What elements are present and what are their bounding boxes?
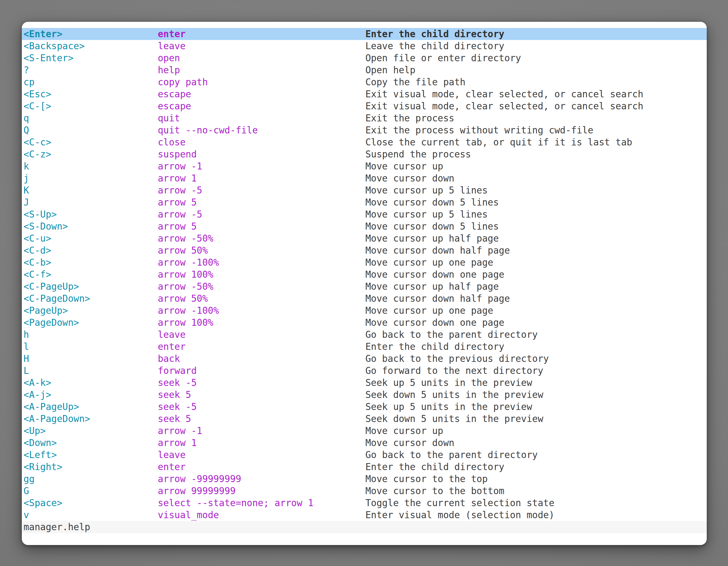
command-cell: arrow -100%	[158, 257, 219, 269]
key-cell: <C-z>	[24, 148, 51, 160]
keybind-row[interactable]: J arrow 5 Move cursor down 5 lines	[22, 196, 707, 208]
key-cell: <A-PageDown>	[24, 413, 90, 425]
keybind-row[interactable]: <C-z> suspend Suspend the process	[22, 148, 707, 160]
keybind-row[interactable]: cp copy path Copy the file path	[22, 76, 707, 88]
key-cell: <A-PageUp>	[24, 401, 79, 413]
command-cell: enter	[158, 340, 185, 353]
keybind-row[interactable]: L forward Go forward to the next directo…	[22, 365, 707, 377]
description-cell: Enter visual mode (selection mode)	[365, 509, 555, 521]
key-cell: <Esc>	[24, 88, 51, 100]
key-cell: <S-Enter>	[24, 52, 74, 64]
keybind-row[interactable]: K arrow -5 Move cursor up 5 lines	[22, 184, 707, 196]
keybind-row[interactable]: <A-PageDown> seek 5 Seek down 5 units in…	[22, 413, 707, 425]
keybind-row[interactable]: G arrow 99999999 Move cursor to the bott…	[22, 485, 707, 497]
command-cell: seek -5	[158, 377, 197, 389]
command-cell: arrow 1	[158, 437, 197, 449]
keybind-row[interactable]: <S-Up> arrow -5 Move cursor up 5 lines	[22, 208, 707, 220]
description-cell: Toggle the current selection state	[365, 497, 555, 509]
description-cell: Move cursor down 5 lines	[365, 196, 499, 208]
description-cell: Move cursor up one page	[365, 257, 493, 269]
keybind-row[interactable]: <C-d> arrow 50% Move cursor down half pa…	[22, 245, 707, 257]
key-cell: <Down>	[24, 437, 57, 449]
key-cell: <Left>	[24, 449, 57, 461]
description-cell: Exit visual mode, clear selected, or can…	[365, 100, 643, 112]
key-cell: <C-f>	[24, 269, 51, 281]
command-cell: enter	[158, 28, 185, 40]
key-cell: K	[24, 184, 29, 196]
keybind-row[interactable]: j arrow 1 Move cursor down	[22, 172, 707, 184]
keybind-row[interactable]: <A-PageUp> seek -5 Seek up 5 units in th…	[22, 401, 707, 413]
key-cell: J	[24, 196, 29, 208]
description-cell: Move cursor down half page	[365, 292, 510, 304]
help-window: <Enter> enter Enter the child directory …	[22, 22, 707, 545]
keybind-row[interactable]: <Right> enter Enter the child directory	[22, 461, 707, 473]
keybind-row[interactable]: <Up> arrow -1 Move cursor up	[22, 425, 707, 437]
keybind-row[interactable]: h leave Go back to the parent directory	[22, 328, 707, 340]
keybind-row[interactable]: <C-b> arrow -100% Move cursor up one pag…	[22, 257, 707, 269]
keybind-row[interactable]: <PageUp> arrow -100% Move cursor up one …	[22, 304, 707, 316]
command-cell: arrow -50%	[158, 233, 213, 245]
description-cell: Seek down 5 units in the preview	[365, 413, 543, 425]
description-cell: Close the current tab, or quit if it is …	[365, 136, 632, 148]
keybind-row[interactable]: ? help Open help	[22, 64, 707, 76]
keybind-row[interactable]: H back Go back to the previous directory	[22, 353, 707, 365]
description-cell: Exit the process without writing cwd-fil…	[365, 124, 593, 136]
keybind-row[interactable]: <C-PageDown> arrow 50% Move cursor down …	[22, 292, 707, 304]
keybind-row[interactable]: q quit Exit the process	[22, 112, 707, 124]
description-cell: Move cursor up half page	[365, 281, 499, 292]
key-cell: <A-k>	[24, 377, 51, 389]
keybind-row[interactable]: gg arrow -99999999 Move cursor to the to…	[22, 473, 707, 485]
command-cell: open	[158, 52, 180, 64]
keybind-row[interactable]: <C-c> close Close the current tab, or qu…	[22, 136, 707, 148]
description-cell: Enter the child directory	[365, 461, 504, 473]
key-cell: <S-Up>	[24, 208, 57, 220]
keybind-row[interactable]: <A-k> seek -5 Seek up 5 units in the pre…	[22, 377, 707, 389]
keybind-row[interactable]: v visual_mode Enter visual mode (selecti…	[22, 509, 707, 521]
description-cell: Move cursor down	[365, 172, 454, 184]
command-cell: arrow 5	[158, 220, 197, 233]
description-cell: Seek up 5 units in the preview	[365, 377, 532, 389]
command-cell: back	[158, 353, 180, 365]
keybind-row[interactable]: <PageDown> arrow 100% Move cursor down o…	[22, 316, 707, 328]
keybind-row[interactable]: <A-j> seek 5 Seek down 5 units in the pr…	[22, 389, 707, 401]
command-cell: arrow -1	[158, 425, 202, 437]
keybind-row[interactable]: l enter Enter the child directory	[22, 340, 707, 353]
description-cell: Enter the child directory	[365, 340, 504, 353]
description-cell: Suspend the process	[365, 148, 471, 160]
description-cell: Exit visual mode, clear selected, or can…	[365, 88, 643, 100]
key-cell: <Up>	[24, 425, 46, 437]
command-cell: forward	[158, 365, 197, 377]
keybind-row[interactable]: <Backspace> leave Leave the child direct…	[22, 40, 707, 52]
key-cell: <Right>	[24, 461, 62, 473]
keybind-row[interactable]: <C-[> escape Exit visual mode, clear sel…	[22, 100, 707, 112]
keybind-row[interactable]: k arrow -1 Move cursor up	[22, 160, 707, 172]
keybind-row[interactable]: <Down> arrow 1 Move cursor down	[22, 437, 707, 449]
key-cell: v	[24, 509, 29, 521]
command-cell: arrow 50%	[158, 292, 208, 304]
key-cell: <Space>	[24, 497, 62, 509]
key-cell: cp	[24, 76, 35, 88]
keybind-row[interactable]: <C-f> arrow 100% Move cursor down one pa…	[22, 269, 707, 281]
keybind-row[interactable]: <C-PageUp> arrow -50% Move cursor up hal…	[22, 281, 707, 292]
keybind-row[interactable]: <C-u> arrow -50% Move cursor up half pag…	[22, 233, 707, 245]
command-cell: copy path	[158, 76, 208, 88]
keybind-row[interactable]: <Space> select --state=none; arrow 1 Tog…	[22, 497, 707, 509]
command-cell: arrow 1	[158, 172, 197, 184]
description-cell: Seek down 5 units in the preview	[365, 389, 543, 401]
keybind-row[interactable]: <S-Enter> open Open file or enter direct…	[22, 52, 707, 64]
key-cell: <C-u>	[24, 233, 51, 245]
key-cell: <Backspace>	[24, 40, 85, 52]
keybind-row[interactable]: Q quit --no-cwd-file Exit the process wi…	[22, 124, 707, 136]
key-cell: <A-j>	[24, 389, 51, 401]
description-cell: Go forward to the next directory	[365, 365, 543, 377]
keybind-row[interactable]: <S-Down> arrow 5 Move cursor down 5 line…	[22, 220, 707, 233]
command-cell: leave	[158, 449, 185, 461]
command-cell: arrow -5	[158, 184, 202, 196]
command-cell: suspend	[158, 148, 197, 160]
keybind-row[interactable]: <Esc> escape Exit visual mode, clear sel…	[22, 88, 707, 100]
keybind-row[interactable]: <Enter> enter Enter the child directory	[22, 28, 707, 40]
command-cell: arrow -100%	[158, 304, 219, 316]
description-cell: Go back to the previous directory	[365, 353, 549, 365]
key-cell: <C-b>	[24, 257, 51, 269]
keybind-row[interactable]: <Left> leave Go back to the parent direc…	[22, 449, 707, 461]
